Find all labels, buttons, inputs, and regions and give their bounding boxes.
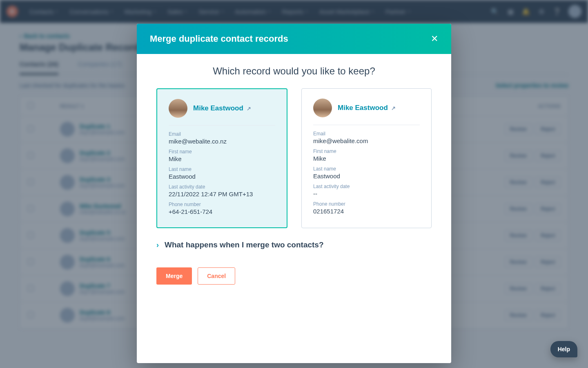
merge-button[interactable]: Merge xyxy=(156,267,192,285)
field-value: mike@webalite.co.nz xyxy=(169,138,275,145)
merge-explanation-accordion[interactable]: › What happens when I merge two contacts… xyxy=(156,240,432,249)
field-value: 22/11/2022 12:47 PM GMT+13 xyxy=(169,191,275,197)
field-value: 021651724 xyxy=(313,208,420,215)
modal-header: Merge duplicate contact records ✕ xyxy=(137,24,451,54)
field-value: Mike xyxy=(169,155,275,162)
merge-modal: Merge duplicate contact records ✕ Which … xyxy=(137,24,451,363)
modal-overlay: Merge duplicate contact records ✕ Which … xyxy=(0,0,588,368)
cancel-button[interactable]: Cancel xyxy=(198,267,235,285)
external-link-icon[interactable]: ↗ xyxy=(247,105,251,112)
field-label: Email xyxy=(169,131,275,137)
chevron-right-icon: › xyxy=(156,241,159,249)
record-card-2[interactable]: Mike Eastwood ↗ Emailmike@webalite.com F… xyxy=(301,88,432,228)
field-label: Phone number xyxy=(169,202,275,207)
avatar xyxy=(313,99,332,117)
record-name-link[interactable]: Mike Eastwood ↗ xyxy=(338,104,396,112)
field-value: Mike xyxy=(313,155,420,162)
modal-question: Which record would you like to keep? xyxy=(156,65,432,77)
field-value: mike@webalite.com xyxy=(313,137,420,144)
modal-title: Merge duplicate contact records xyxy=(150,34,288,44)
field-value: +64-21-651-724 xyxy=(169,208,275,215)
field-value: -- xyxy=(313,190,420,197)
external-link-icon[interactable]: ↗ xyxy=(391,105,396,111)
avatar xyxy=(169,99,187,118)
field-label: Phone number xyxy=(313,201,420,207)
field-label: Last activity date xyxy=(169,184,275,190)
field-label: Email xyxy=(313,131,420,137)
field-label: First name xyxy=(169,149,275,155)
field-label: Last name xyxy=(313,166,420,172)
field-label: Last name xyxy=(169,166,275,172)
help-bubble[interactable]: Help xyxy=(550,341,577,357)
record-card-1[interactable]: Mike Eastwood ↗ Emailmike@webalite.co.nz… xyxy=(156,88,287,228)
field-value: Eastwood xyxy=(313,173,420,180)
field-value: Eastwood xyxy=(169,173,275,180)
record-name-link[interactable]: Mike Eastwood ↗ xyxy=(193,104,251,112)
close-icon[interactable]: ✕ xyxy=(431,34,438,43)
field-label: First name xyxy=(313,148,420,154)
field-label: Last activity date xyxy=(313,184,420,189)
